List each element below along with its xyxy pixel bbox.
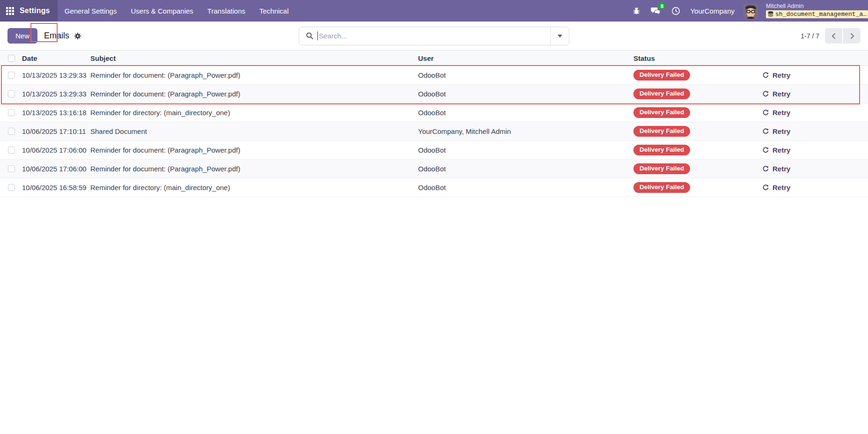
retry-label: Retry	[772, 90, 790, 98]
retry-label: Retry	[772, 109, 790, 117]
actions-gear-button[interactable]	[74, 32, 81, 40]
retry-button[interactable]: Retry	[762, 71, 790, 79]
search-input[interactable]	[318, 32, 550, 40]
retry-button[interactable]: Retry	[762, 146, 790, 154]
retry-button[interactable]: Retry	[762, 165, 790, 173]
row-checkbox[interactable]	[8, 128, 15, 135]
page: Settings General Settings Users & Compan…	[0, 0, 868, 434]
table-row[interactable]: 10/06/2025 17:06:00 Reminder for documen…	[0, 141, 868, 160]
status-badge: Delivery Failed	[633, 88, 690, 99]
pager-previous-button[interactable]	[825, 28, 842, 44]
user-name: Mitchell Admin	[766, 3, 868, 10]
bug-icon	[633, 7, 640, 15]
row-checkbox[interactable]	[8, 147, 15, 154]
cell-date: 10/13/2025 13:29:33	[22, 71, 90, 79]
status-badge: Delivery Failed	[633, 182, 690, 192]
table-row[interactable]: 10/13/2025 13:29:33 Reminder for documen…	[0, 85, 868, 103]
column-header-subject[interactable]: Subject	[90, 54, 418, 62]
user-avatar[interactable]	[743, 3, 758, 19]
search-bar	[299, 27, 569, 45]
nav-item-users-companies[interactable]: Users & Companies	[124, 0, 200, 22]
app-name[interactable]: Settings	[20, 7, 50, 15]
status-badge: Delivery Failed	[633, 70, 690, 80]
chevron-down-icon	[558, 35, 562, 37]
retry-label: Retry	[772, 127, 790, 135]
navbar-systray: 8 YourCompany	[628, 0, 868, 22]
user-menu[interactable]: Mitchell Admin sh_document_management_a…	[766, 3, 868, 19]
cell-user: OdooBot	[418, 165, 633, 173]
cell-user: OdooBot	[418, 109, 633, 117]
cell-subject: Reminder for document: (Paragraph_Power.…	[90, 90, 418, 98]
table-header: Date Subject User Status	[0, 50, 868, 66]
table-row[interactable]: 10/06/2025 17:06:00 Reminder for documen…	[0, 160, 868, 178]
column-header-date[interactable]: Date	[22, 54, 90, 62]
retry-button[interactable]: Retry	[762, 90, 790, 98]
retry-refresh-icon	[762, 90, 769, 97]
table-row[interactable]: 10/13/2025 13:29:33 Reminder for documen…	[0, 66, 868, 85]
cell-user: OdooBot	[418, 184, 633, 191]
cell-date: 10/13/2025 13:29:33	[22, 90, 90, 98]
row-checkbox[interactable]	[8, 165, 15, 172]
pager-range: 1-7 / 7	[801, 32, 819, 40]
messages-button[interactable]: 8	[648, 3, 664, 19]
retry-refresh-icon	[762, 165, 769, 172]
cell-subject: Reminder for directory: (main_directory_…	[90, 184, 418, 191]
nav-item-general-settings[interactable]: General Settings	[58, 0, 124, 22]
nav-item-technical[interactable]: Technical	[252, 0, 296, 22]
database-name: sh_document_management_a…	[775, 11, 867, 18]
company-switcher[interactable]: YourCompany	[690, 7, 735, 15]
retry-label: Retry	[772, 165, 790, 173]
table-row[interactable]: 10/13/2025 13:16:18 Reminder for directo…	[0, 103, 868, 122]
cell-date: 10/13/2025 13:16:18	[22, 109, 90, 117]
row-checkbox[interactable]	[8, 72, 15, 79]
email-list: Date Subject User Status 10/13/2025 13:2…	[0, 50, 868, 197]
apps-menu-button[interactable]: Settings	[0, 0, 58, 22]
row-checkbox[interactable]	[8, 184, 15, 191]
nav-menu: General Settings Users & Companies Trans…	[58, 0, 296, 22]
retry-refresh-icon	[762, 128, 769, 135]
apps-grid-icon[interactable]	[6, 7, 14, 15]
select-all-checkbox[interactable]	[8, 55, 15, 62]
cell-subject: Reminder for directory: (main_directory_…	[90, 109, 418, 117]
table-row[interactable]: 10/06/2025 16:58:59 Reminder for directo…	[0, 178, 868, 197]
search-options-toggle[interactable]	[550, 27, 569, 45]
retry-button[interactable]: Retry	[762, 109, 790, 117]
cell-subject: Reminder for document: (Paragraph_Power.…	[90, 146, 418, 154]
cell-subject: Reminder for document: (Paragraph_Power.…	[90, 165, 418, 173]
message-count-badge: 8	[658, 2, 666, 10]
control-panel: New Emails	[0, 22, 868, 50]
cell-user: YourCompany, Mitchell Admin	[418, 127, 633, 135]
column-header-status[interactable]: Status	[633, 54, 758, 62]
retry-button[interactable]: Retry	[762, 184, 790, 191]
chevron-left-icon	[831, 33, 837, 39]
pager: 1-7 / 7	[801, 28, 861, 44]
status-badge: Delivery Failed	[633, 163, 690, 174]
status-badge: Delivery Failed	[633, 107, 690, 118]
column-header-user[interactable]: User	[418, 54, 633, 62]
retry-refresh-icon	[762, 184, 769, 191]
cell-user: OdooBot	[418, 90, 633, 98]
cell-user: OdooBot	[418, 146, 633, 154]
chevron-right-icon	[849, 33, 855, 39]
cell-date: 10/06/2025 16:58:59	[22, 184, 90, 191]
clock-icon	[671, 7, 680, 15]
retry-refresh-icon	[762, 109, 769, 116]
row-checkbox[interactable]	[8, 109, 15, 116]
database-badge: sh_document_management_a…	[766, 10, 868, 18]
retry-label: Retry	[772, 71, 790, 79]
cell-subject: Shared Document	[90, 127, 418, 135]
cell-subject: Reminder for document: (Paragraph_Power.…	[90, 71, 418, 79]
pager-next-button[interactable]	[843, 28, 861, 44]
top-navbar: Settings General Settings Users & Compan…	[0, 0, 868, 22]
breadcrumb[interactable]: Emails	[44, 31, 69, 41]
nav-item-translations[interactable]: Translations	[200, 0, 252, 22]
row-checkbox[interactable]	[8, 90, 15, 97]
status-badge: Delivery Failed	[633, 126, 690, 136]
retry-label: Retry	[772, 146, 790, 154]
retry-button[interactable]: Retry	[762, 127, 790, 135]
table-row[interactable]: 10/06/2025 17:10:11 Shared Document Your…	[0, 122, 868, 141]
debug-button[interactable]	[628, 3, 644, 19]
new-button[interactable]: New	[7, 28, 37, 44]
activities-button[interactable]	[668, 3, 684, 19]
cell-date: 10/06/2025 17:06:00	[22, 165, 90, 173]
